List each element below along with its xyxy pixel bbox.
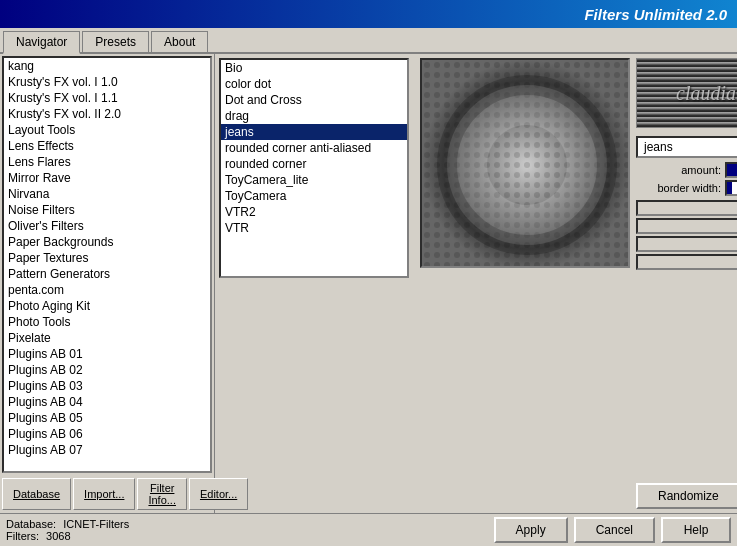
tab-about[interactable]: About	[151, 31, 208, 52]
category-list[interactable]: kangKrusty's FX vol. I 1.0Krusty's FX vo…	[2, 56, 212, 473]
tab-navigator[interactable]: Navigator	[3, 31, 80, 54]
list-item[interactable]: Pattern Generators	[4, 266, 210, 282]
thumbnail-text: claudia	[676, 82, 736, 105]
filter-item[interactable]: ToyCamera	[221, 188, 407, 204]
tab-presets[interactable]: Presets	[82, 31, 149, 52]
param-label: border width:	[636, 182, 721, 194]
filter-item[interactable]: Bio	[221, 60, 407, 76]
list-item[interactable]: kang	[4, 58, 210, 74]
list-item[interactable]: Noise Filters	[4, 202, 210, 218]
randomize-button[interactable]: Randomize	[636, 483, 737, 509]
list-item[interactable]: Krusty's FX vol. I 1.1	[4, 90, 210, 106]
filter-item[interactable]: ToyCamera_lite	[221, 172, 407, 188]
filter-info-button[interactable]: Filter Info...	[137, 478, 187, 510]
list-item[interactable]: Lens Effects	[4, 138, 210, 154]
preview-svg	[422, 60, 630, 268]
filter-item[interactable]: Dot and Cross	[221, 92, 407, 108]
help-button[interactable]: Help	[661, 517, 731, 543]
list-item[interactable]: Lens Flares	[4, 154, 210, 170]
list-item[interactable]: Krusty's FX vol. I 1.0	[4, 74, 210, 90]
param-fill	[727, 182, 732, 194]
list-item[interactable]: Nirvana	[4, 186, 210, 202]
filter-item[interactable]: VTR2	[221, 204, 407, 220]
filter-item[interactable]: rounded corner anti-aliased	[221, 140, 407, 156]
empty-param-row	[636, 236, 737, 252]
param-label: amount:	[636, 164, 721, 176]
filter-item[interactable]: color dot	[221, 76, 407, 92]
list-item[interactable]: Plugins AB 03	[4, 378, 210, 394]
apply-button[interactable]: Apply	[494, 517, 568, 543]
import-button[interactable]: Import...	[73, 478, 135, 510]
preview-image	[420, 58, 630, 268]
list-item[interactable]: Plugins AB 07	[4, 442, 210, 458]
filter-item[interactable]: rounded corner	[221, 156, 407, 172]
list-item[interactable]: Paper Backgrounds	[4, 234, 210, 250]
empty-param-row	[636, 254, 737, 270]
empty-param-row	[636, 218, 737, 234]
filter-item[interactable]: VTR	[221, 220, 407, 236]
list-item[interactable]: Photo Tools	[4, 314, 210, 330]
list-item[interactable]: Plugins AB 01	[4, 346, 210, 362]
param-slider[interactable]	[725, 180, 737, 196]
filter-item[interactable]: drag	[221, 108, 407, 124]
list-item[interactable]: Mirror Rave	[4, 170, 210, 186]
list-item[interactable]: penta.com	[4, 282, 210, 298]
list-item[interactable]: Paper Textures	[4, 250, 210, 266]
list-item[interactable]: Photo Aging Kit	[4, 298, 210, 314]
app-title: Filters Unlimited 2.0	[584, 6, 727, 23]
filter-name-display: jeans	[636, 136, 737, 158]
param-slider[interactable]	[725, 162, 737, 178]
thumbnail: claudia	[636, 58, 737, 128]
filters-status: Filters: 3068	[6, 530, 129, 542]
database-status: Database: ICNET-Filters	[6, 518, 129, 530]
param-row: border width: 4	[636, 180, 737, 196]
empty-param-row	[636, 200, 737, 216]
param-row: amount: 46	[636, 162, 737, 178]
param-fill	[727, 164, 737, 176]
list-item[interactable]: Plugins AB 06	[4, 426, 210, 442]
list-item[interactable]: Plugins AB 05	[4, 410, 210, 426]
list-item[interactable]: Pixelate	[4, 330, 210, 346]
list-item[interactable]: Layout Tools	[4, 122, 210, 138]
list-item[interactable]: Oliver's Filters	[4, 218, 210, 234]
status-info: Database: ICNET-Filters Filters: 3068	[6, 518, 129, 542]
filter-item[interactable]: jeans	[221, 124, 407, 140]
filter-list[interactable]: Biocolor dotDot and Crossdragjeansrounde…	[219, 58, 409, 278]
list-item[interactable]: Plugins AB 02	[4, 362, 210, 378]
list-item[interactable]: Plugins AB 04	[4, 394, 210, 410]
list-item[interactable]: Krusty's FX vol. II 2.0	[4, 106, 210, 122]
database-button[interactable]: Database	[2, 478, 71, 510]
cancel-button[interactable]: Cancel	[574, 517, 655, 543]
